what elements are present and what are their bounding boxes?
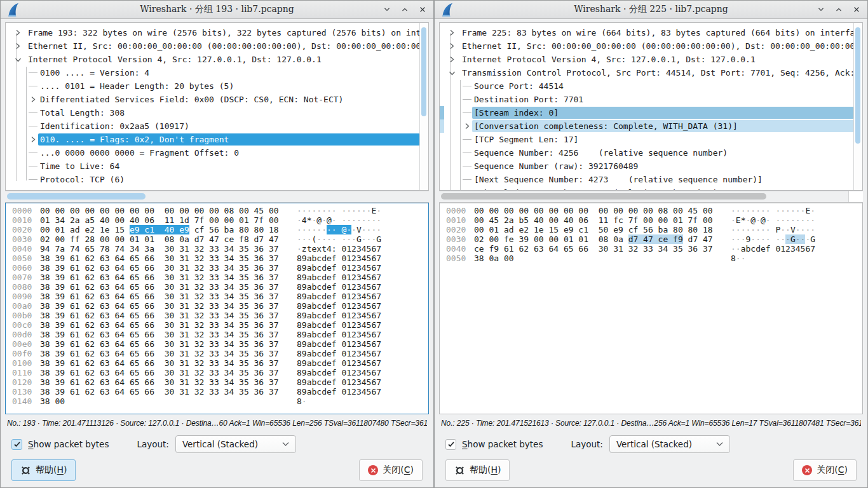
- hex-row[interactable]: 010038 39 61 62 63 64 65 66 30 31 32 33 …: [12, 358, 428, 368]
- hex-row[interactable]: 000000 00 00 00 00 00 00 00 00 00 00 00 …: [446, 206, 862, 215]
- layout-dropdown[interactable]: Vertical (Stacked): [609, 435, 730, 453]
- hex-row[interactable]: 00f038 39 61 62 63 64 65 66 30 31 32 33 …: [12, 349, 428, 358]
- hex-row[interactable]: 00b038 39 61 62 63 64 65 66 30 31 32 33 …: [12, 311, 428, 320]
- show-packet-bytes-checkbox[interactable]: [11, 439, 22, 450]
- tree-row[interactable]: 0100 .... = Version: 4: [6, 66, 420, 79]
- hex-row[interactable]: 00c038 39 61 62 63 64 65 66 30 31 32 33 …: [12, 320, 428, 330]
- hex-row[interactable]: 007038 39 61 62 63 64 65 66 30 31 32 33 …: [12, 273, 428, 282]
- packet-summary-status: No.: 225 · Time: 201.471521613 · Source:…: [441, 419, 861, 430]
- layout-dropdown[interactable]: Vertical (Stacked): [175, 435, 296, 453]
- hex-row[interactable]: 00e038 39 61 62 63 64 65 66 30 31 32 33 …: [12, 339, 428, 349]
- close-x-icon[interactable]: [852, 5, 861, 14]
- tree-row[interactable]: Identification: 0x2aa5 (10917): [6, 119, 420, 133]
- tree-row[interactable]: [TCP Segment Len: 17]: [440, 133, 854, 146]
- hex-bytes: 38 39 61 62 63 64 65 66 30 31 32 33 34 3…: [40, 377, 280, 387]
- tree-row[interactable]: Ethernet II, Src: 00:00:00_00:00:00 (00:…: [6, 39, 420, 53]
- tree-row[interactable]: Frame 225: 83 bytes on wire (664 bits), …: [440, 26, 854, 39]
- scrollbar-thumb[interactable]: [855, 27, 860, 144]
- tree-row[interactable]: Time to Live: 64: [6, 159, 420, 173]
- expand-arrow-icon[interactable]: [10, 29, 26, 36]
- hex-row[interactable]: 002000 01 ad e2 1e 15 e9 c1 50 e9 cf 56 …: [446, 225, 862, 234]
- show-packet-bytes-checkbox[interactable]: [445, 439, 456, 450]
- tree-row[interactable]: [Stream index: 0]: [440, 106, 854, 119]
- tree-horizontal-scrollbar[interactable]: [439, 191, 863, 203]
- expand-arrow-icon[interactable]: [444, 56, 460, 63]
- tree-row[interactable]: [Next Sequence Number: 4273 (relative se…: [440, 173, 854, 186]
- hex-row[interactable]: 005038 39 61 62 63 64 65 66 30 31 32 33 …: [12, 254, 428, 263]
- tree-row[interactable]: .... 0101 = Header Length: 20 bytes (5): [6, 79, 420, 93]
- hex-row[interactable]: 00a038 39 61 62 63 64 65 66 30 31 32 33 …: [12, 301, 428, 311]
- layout-dropdown-value: Vertical (Stacked): [616, 439, 692, 449]
- tree-row[interactable]: Destination Port: 7701: [440, 93, 854, 106]
- hex-row[interactable]: 000000 00 00 00 00 00 00 00 00 00 00 00 …: [12, 206, 428, 215]
- hex-offset: 0050: [446, 254, 474, 263]
- hex-row[interactable]: 006038 39 61 62 63 64 65 66 30 31 32 33 …: [12, 263, 428, 273]
- hex-row[interactable]: 014038 008·: [12, 396, 428, 406]
- tree-row[interactable]: Sequence Number: 4256 (relative sequence…: [440, 146, 854, 159]
- hex-row[interactable]: 013038 39 61 62 63 64 65 66 30 31 32 33 …: [12, 387, 428, 396]
- tree-row[interactable]: Protocol: TCP (6): [6, 173, 420, 186]
- collapse-arrow-icon[interactable]: [10, 57, 26, 63]
- close-x-icon[interactable]: [418, 5, 427, 14]
- tree-row[interactable]: Total Length: 308: [6, 106, 420, 119]
- tree-vertical-scrollbar[interactable]: [419, 23, 428, 190]
- collapse-arrow-icon[interactable]: [444, 70, 460, 76]
- hex-bytes: 38 39 61 62 63 64 65 66 30 31 32 33 34 3…: [40, 330, 280, 339]
- packet-bytes-pane[interactable]: 000000 00 00 00 00 00 00 00 00 00 00 00 …: [5, 203, 429, 414]
- tree-row[interactable]: Source Port: 44514: [440, 79, 854, 93]
- expand-arrow-icon[interactable]: [444, 29, 460, 36]
- hex-row[interactable]: 011038 39 61 62 63 64 65 66 30 31 32 33 …: [12, 368, 428, 377]
- hex-row[interactable]: 003002 00 fe 39 00 00 01 01 08 0a d7 47 …: [446, 234, 862, 244]
- tree-horizontal-scrollbar[interactable]: [5, 191, 429, 203]
- hex-bytes: 00 01 ad e2 1e 15 e9 c1 50 e9 cf 56 ba 8…: [474, 225, 714, 234]
- tree-row[interactable]: Differentiated Services Field: 0x00 (DSC…: [6, 93, 420, 106]
- scrollbar-thumb[interactable]: [441, 193, 766, 200]
- tree-row[interactable]: Transmission Control Protocol, Src Port:…: [440, 66, 854, 79]
- tree-row[interactable]: Sequence Number (raw): 3921760489: [440, 159, 854, 173]
- tree-row[interactable]: Internet Protocol Version 4, Src: 127.0.…: [6, 53, 420, 66]
- hex-row[interactable]: 001001 34 2a a5 40 00 40 06 11 1d 7f 00 …: [12, 215, 428, 225]
- expand-arrow-icon[interactable]: [444, 43, 460, 50]
- tree-row[interactable]: Ethernet II, Src: 00:00:00_00:00:00 (00:…: [440, 39, 854, 53]
- tree-row[interactable]: ...0 0000 0000 0000 = Fragment Offset: 0: [6, 146, 420, 159]
- hex-row[interactable]: 009038 39 61 62 63 64 65 66 30 31 32 33 …: [12, 292, 428, 301]
- scrollbar-thumb[interactable]: [421, 27, 426, 116]
- packet-detail-tree[interactable]: Frame 225: 83 bytes on wire (664 bits), …: [439, 22, 863, 191]
- tree-vertical-scrollbar[interactable]: [853, 23, 862, 190]
- maximize-chevron-up-icon[interactable]: [400, 5, 409, 14]
- expand-arrow-icon[interactable]: [27, 96, 38, 103]
- tree-row[interactable]: Frame 193: 322 bytes on wire (2576 bits)…: [6, 26, 420, 39]
- tree-row[interactable]: Internet Protocol Version 4, Src: 127.0.…: [440, 53, 854, 66]
- tree-row[interactable]: Acknowledgment Number: 1 (relative ack n…: [440, 186, 854, 191]
- hex-row[interactable]: 001000 45 2a b5 40 00 40 06 11 fc 7f 00 …: [446, 215, 862, 225]
- show-packet-bytes-label[interactable]: Show packet bytes: [28, 439, 109, 449]
- show-packet-bytes-label[interactable]: Show packet bytes: [462, 439, 543, 449]
- hex-row[interactable]: 00d038 39 61 62 63 64 65 66 30 31 32 33 …: [12, 330, 428, 339]
- packet-detail-tree[interactable]: Frame 193: 322 bytes on wire (2576 bits)…: [5, 22, 429, 191]
- help-button[interactable]: 帮助(H): [445, 459, 510, 481]
- expand-arrow-icon[interactable]: [10, 43, 26, 50]
- hex-row[interactable]: 008038 39 61 62 63 64 65 66 30 31 32 33 …: [12, 282, 428, 292]
- maximize-chevron-up-icon[interactable]: [834, 5, 843, 14]
- scrollbar-thumb[interactable]: [7, 193, 146, 200]
- expand-arrow-icon[interactable]: [461, 123, 472, 130]
- tree-row[interactable]: [Conversation completeness: Complete, WI…: [440, 119, 854, 133]
- tree-row[interactable]: 010. .... = Flags: 0x2, Don't fragment: [6, 133, 420, 146]
- hex-row[interactable]: 004094 7a 74 65 78 74 34 3a 30 31 32 33 …: [12, 244, 428, 254]
- titlebar[interactable]: Wireshark · 分组 225 · lib7.pcapng: [435, 1, 867, 19]
- hex-row[interactable]: 003002 00 ff 28 00 00 01 01 08 0a d7 47 …: [12, 234, 428, 244]
- expand-arrow-icon[interactable]: [27, 136, 38, 143]
- hex-row[interactable]: 002000 01 ad e2 1e 15 e9 c1 40 e9 cf 56 …: [12, 225, 428, 234]
- hex-row[interactable]: 012038 39 61 62 63 64 65 66 30 31 32 33 …: [12, 377, 428, 387]
- minimize-chevron-down-icon[interactable]: [817, 5, 825, 14]
- titlebar[interactable]: Wireshark · 分组 193 · lib7.pcapng: [1, 1, 433, 19]
- close-button[interactable]: 关闭(C): [793, 459, 857, 481]
- hex-row[interactable]: 0040ce f9 61 62 63 64 65 66 30 31 32 33 …: [446, 244, 862, 254]
- packet-bytes-pane[interactable]: 000000 00 00 00 00 00 00 00 00 00 00 00 …: [439, 203, 863, 414]
- tree-row-label: [Stream index: 0]: [472, 107, 854, 119]
- help-button[interactable]: 帮助(H): [11, 459, 76, 481]
- dialog-content: Frame 225: 83 bytes on wire (664 bits), …: [435, 19, 867, 487]
- hex-row[interactable]: 005038 0a 008··: [446, 254, 862, 263]
- minimize-chevron-down-icon[interactable]: [383, 5, 391, 14]
- close-button[interactable]: 关闭(C): [359, 459, 423, 481]
